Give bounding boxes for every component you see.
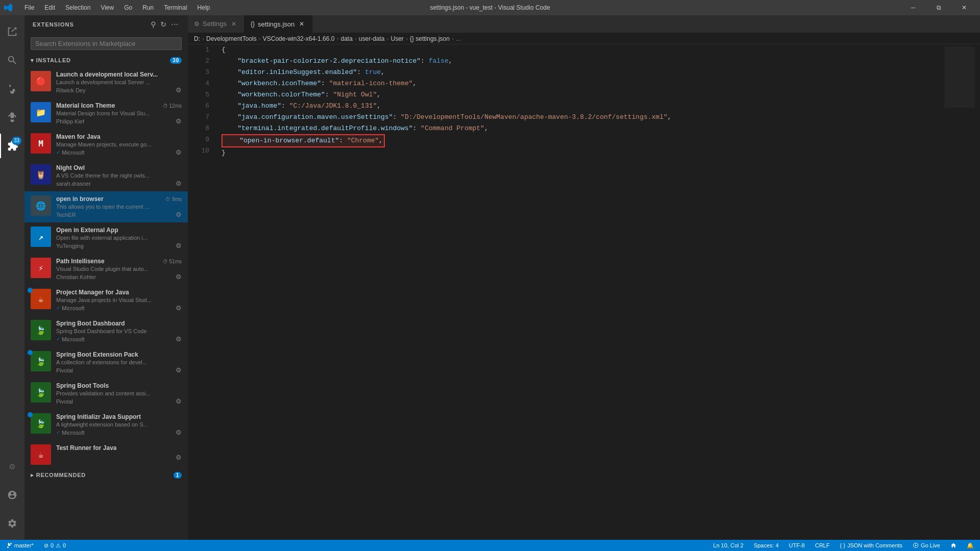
menu-file[interactable]: File <box>20 3 38 12</box>
menu-selection[interactable]: Selection <box>61 3 94 12</box>
extension-item-spring-boot-tools[interactable]: 🍃 Spring Boot Tools Provides validation … <box>24 378 188 409</box>
search-input[interactable] <box>31 37 182 50</box>
ext-gear-icon[interactable]: ⚙ <box>176 211 182 218</box>
ext-gear-icon[interactable]: ⚙ <box>176 366 182 374</box>
ext-name-row: Path Intellisense ⏱ 51ms <box>56 258 182 265</box>
close-button[interactable]: ✕ <box>952 0 976 15</box>
ext-gear-icon[interactable]: ⚙ <box>176 86 182 94</box>
breadcrumb-part-6[interactable]: {} settings.json <box>410 35 450 42</box>
update-badge <box>28 350 33 355</box>
errors-warnings[interactable]: ⊘0 ⚠0 <box>42 540 68 551</box>
ext-icon: 📁 <box>31 102 51 122</box>
breadcrumb-part-4[interactable]: user-data <box>359 35 385 42</box>
tabs-bar: ⚙ Settings ✕ {} settings.json ✕ <box>188 15 980 33</box>
recommended-count: 1 <box>174 472 182 479</box>
tab-settings-json-tab[interactable]: {} settings.json ✕ <box>244 15 312 33</box>
ext-gear-icon[interactable]: ⚙ <box>176 180 182 187</box>
ext-author-row: TechER ⚙ <box>56 211 182 218</box>
extension-item-spring-boot-extension-pack[interactable]: 🍃 Spring Boot Extension Pack A collectio… <box>24 347 188 378</box>
indentation[interactable]: Spaces: 4 <box>752 540 781 551</box>
window-title: settings.json - vue_test - Visual Studio… <box>430 4 550 11</box>
cursor-position[interactable]: Ln 10, Col 2 <box>711 540 745 551</box>
language-mode[interactable]: { } JSON with Comments <box>838 540 904 551</box>
menu-help[interactable]: Help <box>193 3 214 12</box>
extension-item-open-in-external-app[interactable]: ↗ Open in External App Open file with ex… <box>24 222 188 254</box>
menu-run[interactable]: Run <box>138 3 158 12</box>
activity-explorer[interactable] <box>0 19 24 44</box>
ext-gear-icon[interactable]: ⚙ <box>176 335 182 343</box>
git-branch[interactable]: master* <box>4 540 36 551</box>
extension-item-test-runner-java[interactable]: ☕ Test Runner for Java ⚙ <box>24 440 188 469</box>
encoding[interactable]: UTF-8 <box>787 540 807 551</box>
breadcrumb-part-7[interactable]: ... <box>456 35 461 42</box>
ext-info: Spring Boot Dashboard Spring Boot Dashbo… <box>56 320 182 343</box>
remote-button[interactable] <box>948 540 959 551</box>
ext-gear-icon[interactable]: ⚙ <box>176 454 182 461</box>
ext-gear-icon[interactable]: ⚙ <box>176 429 182 436</box>
activity-bar: 33 ⊙ <box>0 15 24 540</box>
activity-account[interactable] <box>0 483 24 507</box>
ext-name: Project Manager for Java <box>56 289 129 296</box>
menu-terminal[interactable]: Terminal <box>160 3 191 12</box>
code-text: "java.configuration.maven.userSettings":… <box>222 112 672 123</box>
breadcrumb-part-5[interactable]: User <box>391 35 404 42</box>
tab-close[interactable]: ✕ <box>230 20 238 28</box>
ext-icon: 🍃 <box>31 320 51 340</box>
activity-search[interactable] <box>0 48 24 72</box>
ext-info: Test Runner for Java ⚙ <box>56 444 182 461</box>
extension-item-project-manager-java[interactable]: ☕ Project Manager for Java Manage Java p… <box>24 285 188 316</box>
ext-gear-icon[interactable]: ⚙ <box>176 242 182 249</box>
vscode-logo <box>4 4 12 12</box>
extension-item-launch-dev-server[interactable]: 🔴 Launch a development local Serv... Lau… <box>24 67 188 98</box>
code-line-6: "java.home": "C:/Java/JDK1.8.0_131", <box>222 101 972 112</box>
activity-settings-gear[interactable] <box>0 511 24 536</box>
editor-content: 12345678910 { "bracket-pair-colorizer-2.… <box>188 44 980 540</box>
activity-source-control[interactable] <box>0 77 24 101</box>
breadcrumb-part-0[interactable]: D: <box>194 35 200 42</box>
extension-item-path-intellisense[interactable]: ⚡ Path Intellisense ⏱ 51ms Visual Studio… <box>24 254 188 285</box>
code-line-10: } <box>222 147 972 159</box>
extension-item-material-icon-theme[interactable]: 📁 Material Icon Theme ⏱ 12ms Material De… <box>24 98 188 129</box>
tab-close[interactable]: ✕ <box>298 20 306 28</box>
activity-remote[interactable]: ⊙ <box>0 454 24 479</box>
minimize-button[interactable]: ─ <box>901 0 925 15</box>
extension-item-maven-for-java[interactable]: M Maven for Java Manage Maven projects, … <box>24 129 188 160</box>
code-editor[interactable]: { "bracket-pair-colorizer-2.depreciation… <box>213 44 980 540</box>
menu-go[interactable]: Go <box>120 3 136 12</box>
ext-gear-icon[interactable]: ⚙ <box>176 273 182 281</box>
activity-extensions[interactable]: 33 <box>0 134 24 158</box>
notifications[interactable]: 🔔 <box>965 540 976 551</box>
ext-gear-icon[interactable]: ⚙ <box>176 148 182 156</box>
installed-section-header[interactable]: ▾ INSTALLED 30 <box>24 54 188 67</box>
extension-item-spring-initializr[interactable]: 🍃 Spring Initializr Java Support A light… <box>24 409 188 440</box>
activity-debug[interactable] <box>0 105 24 130</box>
tab-settings-tab[interactable]: ⚙ Settings ✕ <box>188 15 244 33</box>
code-text: "workbench.iconTheme": "material-icon-th… <box>222 78 416 89</box>
ext-gear-icon[interactable]: ⚙ <box>176 397 182 405</box>
extension-item-night-owl[interactable]: 🦉 Night Owl A VS Code theme for the nigh… <box>24 160 188 191</box>
ext-time: ⏱ 9ms <box>165 196 182 202</box>
ext-icon: 🔴 <box>31 71 51 91</box>
filter-extensions-button[interactable]: ⚲ <box>150 19 157 30</box>
refresh-extensions-button[interactable]: ↻ <box>159 19 168 30</box>
ext-name-row: Spring Boot Tools <box>56 382 182 389</box>
ext-gear-icon[interactable]: ⚙ <box>176 117 182 125</box>
ext-gear-icon[interactable]: ⚙ <box>176 304 182 312</box>
views-more-button[interactable]: ··· <box>170 19 180 30</box>
recommended-section-header[interactable]: ▸ RECOMMENDED 1 <box>24 469 188 482</box>
sidebar: Extensions ⚲ ↻ ··· ▾ INSTALLED 30 🔴 Lau <box>24 15 188 540</box>
ext-author: Pivotal <box>56 367 73 373</box>
ext-desc: A lightweight extension based on S... <box>56 421 182 428</box>
go-live[interactable]: Go Live <box>911 540 942 551</box>
breadcrumb-part-2[interactable]: VSCode-win32-x64-1.66.0 <box>263 35 335 42</box>
ext-info: open in browser ⏱ 9ms This allows you to… <box>56 195 182 218</box>
line-ending[interactable]: CRLF <box>813 540 832 551</box>
breadcrumb-part-1[interactable]: DevelopmentTools <box>206 35 257 42</box>
extension-item-spring-boot-dashboard[interactable]: 🍃 Spring Boot Dashboard Spring Boot Dash… <box>24 316 188 347</box>
restore-button[interactable]: ⧉ <box>927 0 950 15</box>
ext-author-row: ✓Microsoft ⚙ <box>56 148 182 156</box>
breadcrumb-part-3[interactable]: data <box>340 35 352 42</box>
menu-view[interactable]: View <box>96 3 118 12</box>
menu-edit[interactable]: Edit <box>40 3 59 12</box>
extension-item-open-in-browser[interactable]: 🌐 open in browser ⏱ 9ms This allows you … <box>24 191 188 222</box>
